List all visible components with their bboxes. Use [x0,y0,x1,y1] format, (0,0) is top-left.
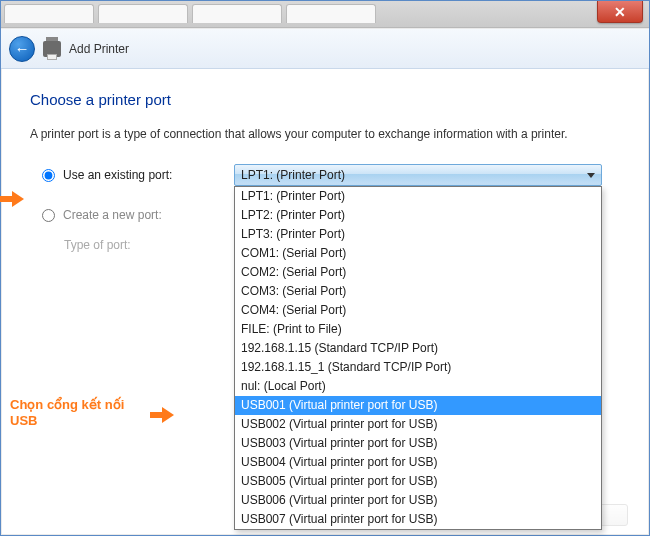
port-list-item[interactable]: 192.168.1.15 (Standard TCP/IP Port) [235,339,601,358]
radio-label: Use an existing port: [63,168,172,182]
port-list-item[interactable]: USB007 (Virtual printer port for USB) [235,510,601,529]
titlebar: ✕ [597,1,649,23]
port-list-item[interactable]: USB006 (Virtual printer port for USB) [235,491,601,510]
wizard-header: ← Add Printer [1,29,649,69]
port-list-item[interactable]: COM3: (Serial Port) [235,282,601,301]
port-list-item[interactable]: LPT1: (Printer Port) [235,187,601,206]
port-list-item[interactable]: USB003 (Virtual printer port for USB) [235,434,601,453]
radio-create-new-port[interactable] [42,209,55,222]
port-list-item[interactable]: USB001 (Virtual printer port for USB) [235,396,601,415]
annotation-arrow-icon [150,407,174,423]
port-dropdown[interactable]: LPT1: (Printer Port) LPT1: (Printer Port… [234,164,602,186]
port-list-item[interactable]: COM4: (Serial Port) [235,301,601,320]
printer-icon [43,41,61,57]
port-list-item[interactable]: LPT3: (Printer Port) [235,225,601,244]
port-list-item[interactable]: USB002 (Virtual printer port for USB) [235,415,601,434]
port-list-item[interactable]: nul: (Local Port) [235,377,601,396]
port-listbox[interactable]: LPT1: (Printer Port)LPT2: (Printer Port)… [234,186,602,530]
radio-label: Create a new port: [63,208,162,222]
port-dropdown-value: LPT1: (Printer Port) [241,168,345,182]
wizard-body: Choose a printer port A printer port is … [2,69,648,534]
page-description: A printer port is a type of connection t… [30,126,620,142]
port-list-item[interactable]: USB004 (Virtual printer port for USB) [235,453,601,472]
annotation-arrow-icon [0,191,24,207]
close-icon: ✕ [614,4,626,20]
port-list-item[interactable]: COM1: (Serial Port) [235,244,601,263]
wizard-window: ✕ ← Add Printer Choose a printer port A … [0,0,650,536]
radio-use-existing-port[interactable] [42,169,55,182]
port-list-item[interactable]: FILE: (Print to File) [235,320,601,339]
page-heading: Choose a printer port [30,91,620,108]
close-button[interactable]: ✕ [597,1,643,23]
port-list-item[interactable]: LPT2: (Printer Port) [235,206,601,225]
port-list-item[interactable]: USB005 (Virtual printer port for USB) [235,472,601,491]
wizard-title: Add Printer [69,42,129,56]
chevron-down-icon [587,173,595,178]
type-of-port-label: Type of port: [42,238,234,252]
arrow-left-icon: ← [15,40,30,57]
back-button[interactable]: ← [9,36,35,62]
port-list-item[interactable]: COM2: (Serial Port) [235,263,601,282]
port-list-item[interactable]: 192.168.1.15_1 (Standard TCP/IP Port) [235,358,601,377]
annotation-text: Chọn cổng kết nối USB [10,397,150,430]
option-use-existing-port: Use an existing port: LPT1: (Printer Por… [42,164,620,186]
